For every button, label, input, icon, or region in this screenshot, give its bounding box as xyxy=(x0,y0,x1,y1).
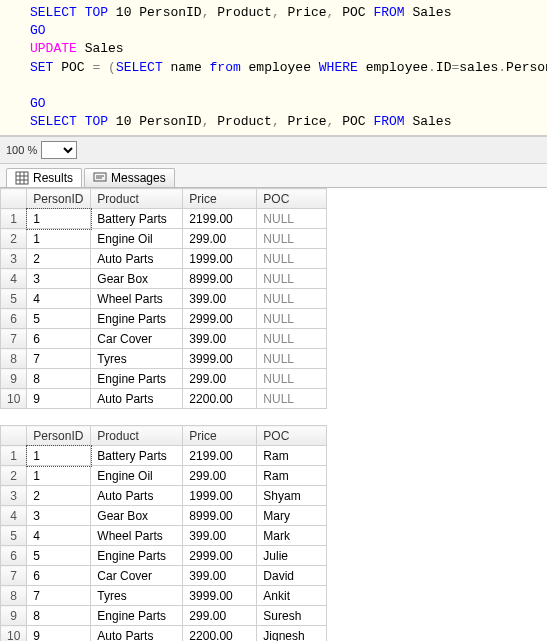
col-header-price[interactable]: Price xyxy=(183,426,257,446)
cell-person[interactable]: 8 xyxy=(27,369,91,389)
cell-person[interactable]: 2 xyxy=(27,249,91,269)
col-header-poc[interactable]: POC xyxy=(257,426,327,446)
row-number[interactable]: 9 xyxy=(1,369,27,389)
cell-poc[interactable]: NULL xyxy=(257,309,327,329)
cell-product[interactable]: Wheel Parts xyxy=(91,289,183,309)
col-header-person[interactable]: PersonID xyxy=(27,426,91,446)
table-row[interactable]: 54Wheel Parts399.00NULL xyxy=(1,289,327,309)
table-row[interactable]: 21Engine Oil299.00NULL xyxy=(1,229,327,249)
cell-person[interactable]: 8 xyxy=(27,606,91,626)
cell-product[interactable]: Engine Parts xyxy=(91,369,183,389)
table-row[interactable]: 32Auto Parts1999.00NULL xyxy=(1,249,327,269)
cell-price[interactable]: 299.00 xyxy=(183,229,257,249)
cell-poc[interactable]: NULL xyxy=(257,329,327,349)
cell-price[interactable]: 399.00 xyxy=(183,289,257,309)
table-row[interactable]: 109Auto Parts2200.00Jignesh xyxy=(1,626,327,641)
cell-product[interactable]: Tyres xyxy=(91,349,183,369)
cell-price[interactable]: 1999.00 xyxy=(183,486,257,506)
row-number[interactable]: 2 xyxy=(1,229,27,249)
col-header-product[interactable]: Product xyxy=(91,426,183,446)
row-number[interactable]: 8 xyxy=(1,586,27,606)
row-number[interactable]: 6 xyxy=(1,309,27,329)
cell-person[interactable]: 5 xyxy=(27,546,91,566)
cell-poc[interactable]: Julie xyxy=(257,546,327,566)
table-row[interactable]: 98Engine Parts299.00NULL xyxy=(1,369,327,389)
row-number[interactable]: 8 xyxy=(1,349,27,369)
cell-product[interactable]: Engine Parts xyxy=(91,309,183,329)
zoom-select[interactable] xyxy=(41,141,77,159)
tab-results[interactable]: Results xyxy=(6,168,82,187)
table-row[interactable]: 11Battery Parts2199.00NULL xyxy=(1,209,327,229)
row-number[interactable]: 4 xyxy=(1,269,27,289)
cell-product[interactable]: Engine Parts xyxy=(91,546,183,566)
cell-price[interactable]: 299.00 xyxy=(183,466,257,486)
table-row[interactable]: 76Car Cover399.00David xyxy=(1,566,327,586)
table-row[interactable]: 76Car Cover399.00NULL xyxy=(1,329,327,349)
tab-messages[interactable]: Messages xyxy=(84,168,175,187)
row-number[interactable]: 7 xyxy=(1,566,27,586)
cell-product[interactable]: Gear Box xyxy=(91,506,183,526)
row-number[interactable]: 4 xyxy=(1,506,27,526)
col-header-poc[interactable]: POC xyxy=(257,189,327,209)
table-row[interactable]: 21Engine Oil299.00Ram xyxy=(1,466,327,486)
cell-poc[interactable]: Ankit xyxy=(257,586,327,606)
rownum-header[interactable] xyxy=(1,189,27,209)
row-number[interactable]: 1 xyxy=(1,209,27,229)
cell-poc[interactable]: NULL xyxy=(257,269,327,289)
cell-person[interactable]: 9 xyxy=(27,389,91,409)
sql-editor[interactable]: SELECT TOP 10 PersonID, Product, Price, … xyxy=(0,0,547,136)
cell-person[interactable]: 6 xyxy=(27,566,91,586)
cell-person[interactable]: 5 xyxy=(27,309,91,329)
table-row[interactable]: 109Auto Parts2200.00NULL xyxy=(1,389,327,409)
cell-price[interactable]: 2199.00 xyxy=(183,209,257,229)
col-header-product[interactable]: Product xyxy=(91,189,183,209)
cell-product[interactable]: Engine Oil xyxy=(91,229,183,249)
cell-product[interactable]: Auto Parts xyxy=(91,626,183,641)
row-number[interactable]: 5 xyxy=(1,289,27,309)
cell-person[interactable]: 4 xyxy=(27,526,91,546)
row-number[interactable]: 1 xyxy=(1,446,27,466)
table-row[interactable]: 43Gear Box8999.00NULL xyxy=(1,269,327,289)
cell-product[interactable]: Battery Parts xyxy=(91,446,183,466)
cell-poc[interactable]: Shyam xyxy=(257,486,327,506)
cell-price[interactable]: 8999.00 xyxy=(183,269,257,289)
cell-person[interactable]: 2 xyxy=(27,486,91,506)
table-row[interactable]: 32Auto Parts1999.00Shyam xyxy=(1,486,327,506)
row-number[interactable]: 2 xyxy=(1,466,27,486)
cell-price[interactable]: 2999.00 xyxy=(183,309,257,329)
cell-price[interactable]: 3999.00 xyxy=(183,349,257,369)
cell-poc[interactable]: NULL xyxy=(257,229,327,249)
cell-poc[interactable]: Mark xyxy=(257,526,327,546)
cell-poc[interactable]: Jignesh xyxy=(257,626,327,641)
cell-product[interactable]: Battery Parts xyxy=(91,209,183,229)
row-number[interactable]: 9 xyxy=(1,606,27,626)
rownum-header[interactable] xyxy=(1,426,27,446)
cell-person[interactable]: 7 xyxy=(27,586,91,606)
cell-person[interactable]: 1 xyxy=(27,446,91,466)
cell-poc[interactable]: NULL xyxy=(257,369,327,389)
cell-product[interactable]: Car Cover xyxy=(91,566,183,586)
cell-price[interactable]: 3999.00 xyxy=(183,586,257,606)
results-pane[interactable]: PersonIDProductPricePOC11Battery Parts21… xyxy=(0,188,547,641)
table-row[interactable]: 98Engine Parts299.00Suresh xyxy=(1,606,327,626)
cell-price[interactable]: 399.00 xyxy=(183,566,257,586)
cell-price[interactable]: 2199.00 xyxy=(183,446,257,466)
cell-price[interactable]: 299.00 xyxy=(183,369,257,389)
row-number[interactable]: 6 xyxy=(1,546,27,566)
cell-price[interactable]: 399.00 xyxy=(183,526,257,546)
cell-product[interactable]: Auto Parts xyxy=(91,389,183,409)
cell-person[interactable]: 6 xyxy=(27,329,91,349)
table-row[interactable]: 87Tyres3999.00Ankit xyxy=(1,586,327,606)
cell-person[interactable]: 4 xyxy=(27,289,91,309)
cell-person[interactable]: 3 xyxy=(27,506,91,526)
table-row[interactable]: 11Battery Parts2199.00Ram xyxy=(1,446,327,466)
col-header-person[interactable]: PersonID xyxy=(27,189,91,209)
cell-poc[interactable]: NULL xyxy=(257,249,327,269)
table-row[interactable]: 87Tyres3999.00NULL xyxy=(1,349,327,369)
cell-person[interactable]: 1 xyxy=(27,229,91,249)
cell-person[interactable]: 1 xyxy=(27,209,91,229)
cell-poc[interactable]: Ram xyxy=(257,446,327,466)
row-number[interactable]: 10 xyxy=(1,389,27,409)
cell-poc[interactable]: David xyxy=(257,566,327,586)
table-row[interactable]: 65Engine Parts2999.00NULL xyxy=(1,309,327,329)
